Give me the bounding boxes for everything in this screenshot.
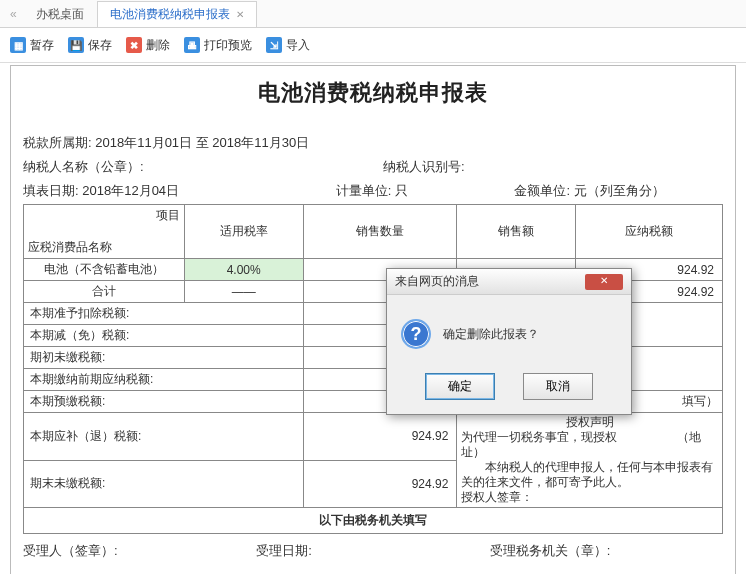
tab-active-label: 电池消费税纳税申报表	[110, 6, 230, 23]
page-title: 电池消费税纳税申报表	[23, 78, 723, 108]
save-button[interactable]: 💾 保存	[68, 37, 112, 54]
total-name: 合计	[24, 281, 185, 303]
import-icon: ⇲	[266, 37, 282, 53]
prepaid-label: 本期预缴税额:	[24, 391, 304, 413]
row1-name: 电池（不含铅蓄电池）	[24, 259, 185, 281]
tab-home-label: 办税桌面	[36, 6, 84, 23]
close-icon[interactable]: ✕	[236, 9, 244, 20]
supplement-label: 本期应补（退）税额:	[24, 413, 304, 461]
fill-date-label: 填表日期:	[23, 183, 79, 198]
pause-icon: ▦	[10, 37, 26, 53]
print-icon: 🖶	[184, 37, 200, 53]
unit-label: 计量单位:	[336, 183, 392, 198]
receive-date-label: 受理日期:	[256, 542, 489, 560]
reduce-label: 本期减（免）税额:	[24, 325, 304, 347]
ok-button[interactable]: 确定	[425, 373, 495, 400]
print-preview-button[interactable]: 🖶 打印预览	[184, 37, 252, 54]
receive-org-label: 受理税务机关（章）:	[490, 542, 723, 560]
signers-row: 受理人（签章）: 受理日期: 受理税务机关（章）:	[23, 542, 723, 560]
delete-label: 删除	[146, 37, 170, 54]
row1-rate: 4.00%	[184, 259, 303, 281]
delete-button[interactable]: ✖ 删除	[126, 37, 170, 54]
end-unpaid-label: 期末未缴税额:	[24, 460, 304, 508]
save-icon: 💾	[68, 37, 84, 53]
toolbar: ▦ 暂存 💾 保存 ✖ 删除 🖶 打印预览 ⇲ 导入	[0, 28, 746, 62]
th-name: 项目 应税消费品名称	[24, 205, 185, 259]
save-label: 保存	[88, 37, 112, 54]
period-value: 2018年11月01日 至 2018年11月30日	[95, 135, 309, 150]
period-label: 税款所属期:	[23, 135, 92, 150]
dialog-title: 来自网页的消息	[395, 273, 479, 290]
pause-button[interactable]: ▦ 暂存	[10, 37, 54, 54]
payer-name-label: 纳税人名称（公章）:	[23, 159, 144, 174]
footer-title: 以下由税务机关填写	[319, 513, 427, 527]
divider	[0, 62, 746, 63]
print-preview-label: 打印预览	[204, 37, 252, 54]
th-item: 项目	[156, 207, 180, 224]
prior-due-label: 本期缴纳前期应纳税额:	[24, 369, 304, 391]
import-button[interactable]: ⇲ 导入	[266, 37, 310, 54]
confirm-dialog: 来自网页的消息 ✕ ? 确定删除此报表？ 确定 取消	[386, 268, 632, 415]
fill-date-value: 2018年12月04日	[82, 183, 179, 198]
amount-unit-label: 金额单位:	[514, 183, 570, 198]
th-sales: 销售额	[457, 205, 576, 259]
total-rate: ——	[184, 281, 303, 303]
payer-id-label: 纳税人识别号:	[383, 159, 465, 174]
unit-value: 只	[395, 183, 408, 198]
pause-label: 暂存	[30, 37, 54, 54]
end-unpaid-val: 924.92	[303, 460, 457, 508]
th-qty: 销售数量	[303, 205, 457, 259]
tab-active[interactable]: 电池消费税纳税申报表 ✕	[97, 1, 257, 27]
cancel-button[interactable]: 取消	[523, 373, 593, 400]
begin-unpaid-label: 期初未缴税额:	[24, 347, 304, 369]
amount-unit-value: 元（列至角分）	[574, 183, 665, 198]
tab-home[interactable]: 办税桌面	[23, 1, 97, 27]
dialog-titlebar[interactable]: 来自网页的消息 ✕	[387, 269, 631, 295]
import-label: 导入	[286, 37, 310, 54]
tabs-chevron-left-icon[interactable]: «	[4, 7, 23, 21]
supplement-val: 924.92	[303, 413, 457, 461]
delete-icon: ✖	[126, 37, 142, 53]
auth-block: 授权声明 为代理一切税务事宜，现授权 （地址） 本纳税人的代理申报人，任何与本申…	[457, 413, 723, 508]
dialog-message: 确定删除此报表？	[443, 326, 539, 343]
tab-bar: « 办税桌面 电池消费税纳税申报表 ✕	[0, 0, 746, 28]
question-icon: ?	[401, 319, 431, 349]
receiver-label: 受理人（签章）:	[23, 542, 256, 560]
th-rate: 适用税率	[184, 205, 303, 259]
dialog-close-icon[interactable]: ✕	[585, 274, 623, 290]
meta-block: 税款所属期: 2018年11月01日 至 2018年11月30日 纳税人名称（公…	[23, 134, 723, 200]
deduct-label: 本期准予扣除税额:	[24, 303, 304, 325]
th-tax: 应纳税额	[576, 205, 723, 259]
